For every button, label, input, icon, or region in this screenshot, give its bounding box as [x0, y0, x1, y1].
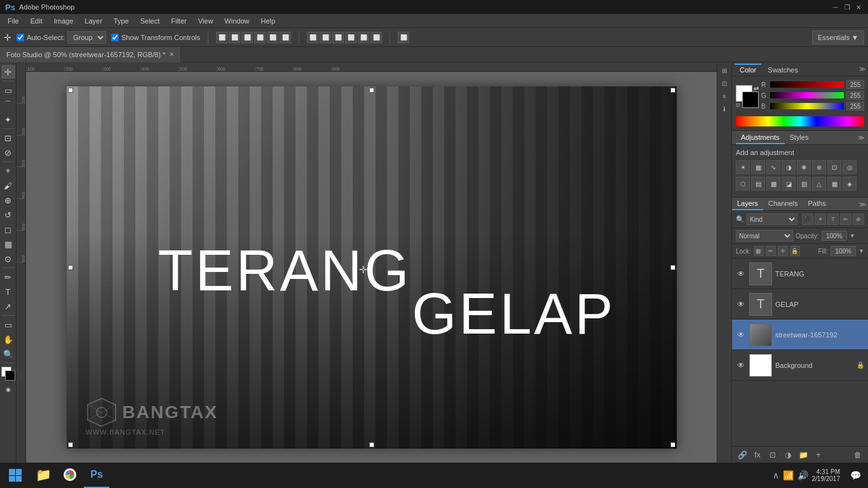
pen-tool[interactable]: ✏: [1, 270, 15, 284]
lock-transparent-btn[interactable]: ▦: [754, 246, 764, 256]
align-right-btn[interactable]: ⬜: [241, 32, 253, 43]
new-group-btn[interactable]: 📁: [797, 449, 810, 461]
panel-icon-4[interactable]: ℹ: [719, 103, 730, 114]
distribute-center-btn[interactable]: ⬜: [320, 32, 331, 43]
filter-type-btn[interactable]: T: [827, 214, 839, 225]
new-layer-btn[interactable]: +: [812, 449, 825, 461]
levels-adj-btn[interactable]: ▦: [751, 160, 765, 174]
swatches-tab[interactable]: Swatches: [763, 64, 803, 75]
move-tool[interactable]: ✛: [1, 65, 15, 79]
marquee-tool[interactable]: ▭: [1, 83, 15, 97]
color-panel-collapse[interactable]: ≫: [859, 65, 865, 72]
align-left-btn[interactable]: ⬜: [216, 32, 227, 43]
taskbar-explorer[interactable]: 📁: [31, 463, 56, 488]
doc-tab-close[interactable]: ✕: [169, 51, 174, 58]
restore-button[interactable]: ❒: [843, 3, 851, 11]
b-slider-track[interactable]: [770, 103, 844, 109]
layers-tab[interactable]: Layers: [732, 198, 763, 210]
hsl-adj-btn[interactable]: ⊕: [812, 160, 826, 174]
r-slider-track[interactable]: [770, 81, 844, 88]
photofilter-adj-btn[interactable]: ⬡: [736, 177, 750, 191]
colorlookup-adj-btn[interactable]: ▩: [766, 177, 780, 191]
essentials-dropdown[interactable]: Essentials ▼: [812, 30, 864, 44]
distribute-left-btn[interactable]: ⬜: [307, 32, 318, 43]
exposure-adj-btn[interactable]: ◑: [782, 160, 796, 174]
shape-tool[interactable]: ▭: [1, 318, 15, 332]
zoom-tool[interactable]: 🔍: [1, 347, 15, 361]
distribute-top-btn[interactable]: ⬜: [345, 32, 356, 43]
dodge-tool[interactable]: ⊙: [1, 252, 15, 266]
menu-layer[interactable]: Layer: [79, 16, 107, 26]
layer-terang-visibility[interactable]: 👁: [736, 269, 746, 279]
layer-item-gelap[interactable]: 👁 T GELAP: [732, 289, 868, 320]
layer-streetwear-visibility[interactable]: 👁: [736, 330, 746, 340]
menu-view[interactable]: View: [193, 16, 219, 26]
menu-edit[interactable]: Edit: [25, 16, 48, 26]
invert-adj-btn[interactable]: ◪: [782, 177, 796, 191]
gradient-tool[interactable]: ▦: [1, 237, 15, 251]
stamp-tool[interactable]: ⊕: [1, 193, 15, 207]
curves-adj-btn[interactable]: ∿: [766, 160, 780, 174]
menu-image[interactable]: Image: [49, 16, 79, 26]
lock-all-btn[interactable]: 🔒: [790, 246, 800, 256]
fill-input[interactable]: 100%: [831, 246, 856, 256]
magic-wand-tool[interactable]: ✦: [1, 112, 15, 126]
align-bottom-btn[interactable]: ⬜: [280, 32, 291, 43]
panel-icon-3[interactable]: ≡: [719, 90, 730, 102]
layer-item-terang[interactable]: 👁 T TERANG: [732, 259, 868, 289]
color-tab[interactable]: Color: [735, 64, 761, 75]
history-tool[interactable]: ↺: [1, 208, 15, 222]
channelmix-adj-btn[interactable]: ▤: [751, 177, 765, 191]
panel-icon-2[interactable]: ⊡: [719, 78, 730, 89]
filter-adj-btn[interactable]: ☀: [815, 214, 826, 225]
channels-tab[interactable]: Channels: [763, 198, 803, 210]
colorbalance-adj-btn[interactable]: ⊡: [827, 160, 841, 174]
hand-tool[interactable]: ✋: [1, 332, 15, 346]
brightness-adj-btn[interactable]: ☀: [736, 160, 750, 174]
tray-volume-icon[interactable]: 🔊: [797, 470, 808, 480]
distribute-bottom-btn[interactable]: ⬜: [370, 32, 382, 43]
selectcolor-adj-btn[interactable]: ◈: [843, 177, 857, 191]
distribute-right-btn[interactable]: ⬜: [332, 32, 344, 43]
paths-tab[interactable]: Paths: [803, 198, 831, 210]
menu-file[interactable]: File: [3, 16, 24, 26]
menu-type[interactable]: Type: [109, 16, 134, 26]
adjustments-tab[interactable]: Adjustments: [736, 132, 785, 144]
gradmap-adj-btn[interactable]: ▦: [827, 177, 841, 191]
threshold-adj-btn[interactable]: △: [812, 177, 826, 191]
canvas-wrapper[interactable]: TERANG GELAP ✛: [26, 72, 717, 463]
type-tool[interactable]: T: [1, 285, 15, 299]
adj-panel-collapse[interactable]: ≫: [858, 134, 864, 141]
color-spectrum[interactable]: [736, 116, 864, 126]
document-tab[interactable]: Foto Studio @ 50% (streetwear-1657192, R…: [0, 47, 181, 62]
layers-panel-collapse[interactable]: ≫: [859, 201, 868, 208]
lock-image-btn[interactable]: ✏: [766, 246, 776, 256]
tray-clock[interactable]: 4:31 PM 2/19/2017: [812, 468, 841, 482]
auto-select-checkbox[interactable]: [17, 34, 24, 41]
new-adj-layer-btn[interactable]: ◑: [782, 449, 794, 461]
opacity-input[interactable]: 100%: [822, 231, 847, 241]
panel-icon-1[interactable]: ⊞: [719, 65, 730, 76]
eraser-tool[interactable]: ◻: [1, 222, 15, 236]
lock-position-btn[interactable]: ✛: [778, 246, 788, 256]
tray-chevron-icon[interactable]: ∧: [773, 470, 779, 480]
toolbar-fg-color[interactable]: [1, 367, 15, 381]
b-value-input[interactable]: 255: [846, 102, 864, 111]
quick-mask-btn[interactable]: ◉: [1, 383, 15, 396]
bw-adj-btn[interactable]: ◎: [843, 160, 857, 174]
layer-item-streetwear[interactable]: 👁 streetwear-1657192: [732, 320, 868, 350]
vibrance-adj-btn[interactable]: ❋: [797, 160, 811, 174]
minimize-button[interactable]: ─: [831, 3, 840, 11]
heal-tool[interactable]: ⌖: [1, 164, 15, 178]
g-value-input[interactable]: 255: [846, 91, 864, 100]
align-top-btn[interactable]: ⬜: [254, 32, 266, 43]
add-mask-btn[interactable]: ⊡: [766, 449, 779, 461]
add-style-btn[interactable]: fx: [751, 449, 764, 461]
delete-layer-btn[interactable]: 🗑: [851, 449, 864, 461]
layer-gelap-visibility[interactable]: 👁: [736, 299, 746, 309]
eyedropper-tool[interactable]: ⊘: [1, 146, 15, 159]
layer-item-background[interactable]: 👁 Background 🔒: [732, 350, 868, 381]
filter-type-dropdown[interactable]: Kind Name Effect Mode Attribute Color Sm…: [747, 214, 797, 225]
menu-filter[interactable]: Filter: [166, 16, 191, 26]
path-select-tool[interactable]: ↗: [1, 299, 15, 313]
